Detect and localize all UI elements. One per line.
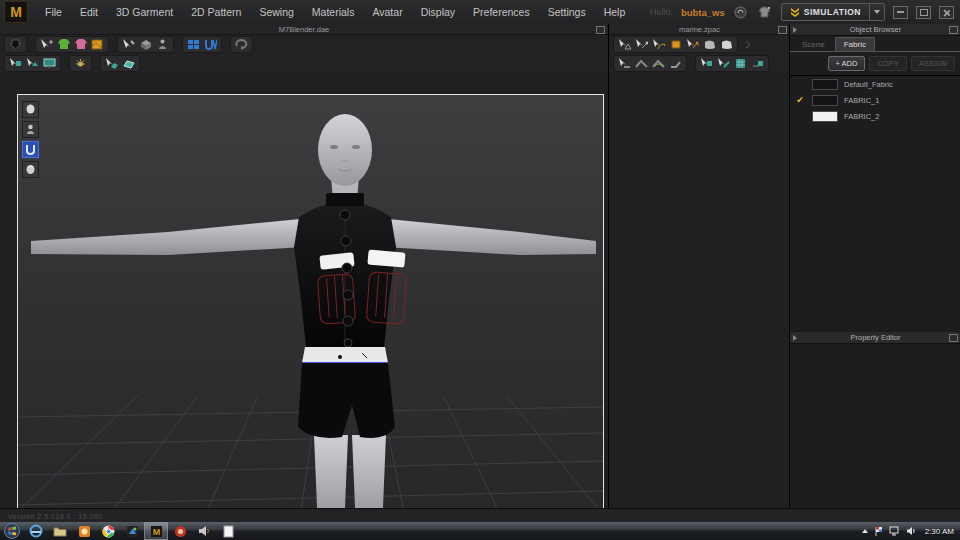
show-garment-pink-icon[interactable] [73, 38, 88, 51]
start-button[interactable] [0, 522, 24, 540]
taskbar-red-app-icon[interactable] [168, 522, 192, 540]
tab-scene[interactable]: Scene [794, 38, 833, 51]
taskbar-internet-explorer-icon[interactable] [24, 522, 48, 540]
taskbar-marvelous-designer-icon[interactable]: M [144, 522, 168, 540]
light-control-icon[interactable] [73, 57, 88, 70]
garment-sparkle-icon[interactable] [757, 5, 773, 19]
show-garment-green-icon[interactable] [56, 38, 71, 51]
action-center-flag-icon[interactable] [874, 526, 884, 537]
simulation-label: SIMULATION [804, 7, 861, 17]
clock[interactable]: 2:30 AM [921, 527, 954, 536]
rotate-view-icon[interactable] [234, 38, 249, 51]
add-fabric-button[interactable]: + ADD [828, 56, 866, 71]
restore-button[interactable] [916, 6, 931, 19]
show-sphere-icon[interactable] [22, 161, 39, 178]
taskbar-chrome-icon[interactable] [96, 522, 120, 540]
edit-texture-icon[interactable] [685, 38, 700, 51]
more-chevron-icon[interactable] [741, 38, 756, 51]
snap-down-arrow-icon[interactable] [8, 38, 23, 51]
sewing-free-icon[interactable] [634, 57, 649, 70]
close-button[interactable] [939, 6, 954, 19]
viewport3d-restore-icon[interactable] [596, 26, 605, 34]
volume-icon[interactable] [906, 526, 916, 536]
app-logo-icon[interactable]: M [4, 1, 28, 23]
fabric-row-2[interactable]: FABRIC_2 [790, 108, 960, 124]
scan-flatten-icon[interactable] [25, 57, 40, 70]
taskbar-audio-app-icon[interactable] [192, 522, 216, 540]
taskbar-notepad-icon[interactable] [216, 522, 240, 540]
scan-box-icon[interactable] [8, 57, 23, 70]
simulation-button[interactable]: SIMULATION [781, 3, 885, 21]
menu-bar: M File Edit 3D Garment 2D Pattern Sewing… [0, 0, 960, 25]
grade-point-icon[interactable] [750, 57, 765, 70]
menu-display[interactable]: Display [412, 6, 464, 18]
username-label[interactable]: bubta_ws [681, 7, 725, 18]
fabric-row-default[interactable]: Default_Fabric [790, 76, 960, 92]
simulation-dropdown[interactable] [869, 4, 884, 20]
menu-sewing[interactable]: Sewing [250, 6, 302, 18]
menu-settings[interactable]: Settings [539, 6, 595, 18]
toolbar-2d-row2 [609, 54, 790, 72]
uv-view-icon[interactable] [203, 38, 218, 51]
property-editor-restore-icon[interactable] [949, 334, 958, 342]
minimize-button[interactable] [893, 6, 908, 19]
fabric-show-icon[interactable] [719, 38, 734, 51]
hardware-tool-icon[interactable] [138, 38, 153, 51]
collapse-arrow-icon[interactable] [793, 335, 797, 341]
monitor-fit-icon[interactable] [42, 57, 57, 70]
menu-2d-pattern[interactable]: 2D Pattern [182, 6, 250, 18]
property-editor-title-bar[interactable]: Property Editor [790, 332, 960, 344]
network-icon[interactable] [889, 526, 901, 536]
sewing-segment-icon[interactable] [617, 57, 632, 70]
viewport3d-title-bar[interactable]: M7Blender.dae [0, 24, 608, 35]
tray-expand-icon[interactable] [861, 528, 869, 534]
wind-controller-icon[interactable] [104, 57, 119, 70]
menu-edit[interactable]: Edit [71, 6, 107, 18]
sync-2d3d-icon[interactable] [186, 38, 201, 51]
collapse-arrow-icon[interactable] [793, 27, 797, 33]
grade-edit-icon[interactable] [716, 57, 731, 70]
object-browser-actions: + ADD COPY ASSIGN [790, 52, 960, 76]
sync-circle-icon[interactable] [733, 5, 749, 19]
status-bar: Version 2.5.128 0 : 15.000 [0, 508, 960, 523]
grade-grid-icon[interactable] [733, 57, 748, 70]
show-avatar-icon[interactable] [155, 38, 170, 51]
assign-fabric-button[interactable]: ASSIGN [911, 56, 955, 71]
fabric-texture-icon[interactable] [702, 38, 717, 51]
pattern2d-title-bar[interactable]: marine.zpac [609, 24, 790, 35]
fabric-name: Default_Fabric [844, 80, 893, 89]
sewing-check-icon[interactable] [651, 57, 666, 70]
menu-file[interactable]: File [36, 6, 71, 18]
transform-pattern-icon[interactable] [617, 38, 632, 51]
gravity-plane-icon[interactable] [121, 57, 136, 70]
pattern2d-restore-icon[interactable] [778, 26, 787, 34]
object-browser-title-bar[interactable]: Object Browser [790, 24, 960, 36]
tab-fabric[interactable]: Fabric [835, 37, 875, 51]
object-browser-restore-icon[interactable] [949, 26, 958, 34]
menu-preferences[interactable]: Preferences [464, 6, 539, 18]
grade-select-icon[interactable] [699, 57, 714, 70]
menu-3d-garment[interactable]: 3D Garment [107, 6, 182, 18]
menu-help[interactable]: Help [595, 6, 635, 18]
svg-text:M: M [152, 527, 160, 537]
taskbar-media-app-icon[interactable] [72, 522, 96, 540]
edit-curve-icon[interactable] [651, 38, 666, 51]
fabric-selected-check-icon: ✔ [794, 95, 806, 105]
fabric-swatch [812, 111, 838, 122]
viewport-3d-canvas[interactable] [17, 94, 604, 532]
show-avatar-body-icon[interactable] [22, 121, 39, 138]
taskbar-modeling-app-icon[interactable] [120, 522, 144, 540]
menu-materials[interactable]: Materials [303, 6, 364, 18]
copy-fabric-button[interactable]: COPY [869, 56, 906, 71]
show-garment-selected-icon[interactable] [22, 141, 39, 158]
texture-editor-icon[interactable] [90, 38, 105, 51]
menu-avatar[interactable]: Avatar [363, 6, 411, 18]
pin-tool-icon[interactable] [121, 38, 136, 51]
edit-pattern-icon[interactable] [634, 38, 649, 51]
fabric-row-1[interactable]: ✔ FABRIC_1 [790, 92, 960, 108]
add-point-icon[interactable] [668, 38, 683, 51]
sewing-fold-icon[interactable] [668, 57, 683, 70]
show-head-icon[interactable] [22, 101, 39, 118]
select-move-icon[interactable] [39, 38, 54, 51]
taskbar-file-explorer-icon[interactable] [48, 522, 72, 540]
